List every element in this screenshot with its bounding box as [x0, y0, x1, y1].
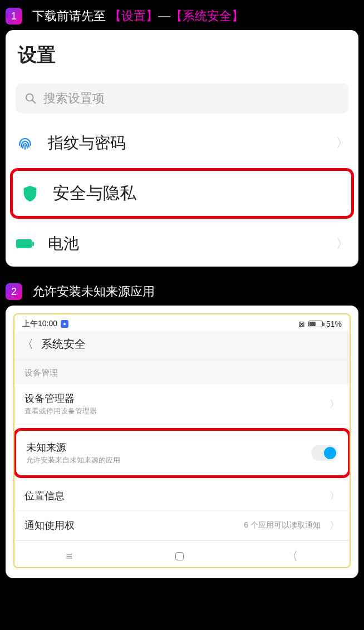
step1-title-plain: 下载前请先至 [32, 9, 106, 23]
step2-badge: 2 [6, 283, 22, 300]
search-placeholder: 搜索设置项 [43, 90, 105, 107]
chevron-right-icon: 〉 [336, 135, 348, 151]
chevron-right-icon: 〉 [329, 489, 340, 503]
chevron-right-icon: 〉 [336, 235, 348, 252]
fingerprint-icon [16, 134, 35, 152]
settings-card: 设置 搜索设置项 指纹与密码 〉 安全与隐私 [6, 30, 358, 267]
settings-row-label: 指纹与密码 [48, 132, 323, 154]
row-unknown-sources[interactable]: 未知来源 允许安装来自未知来源的应用 [13, 428, 351, 478]
svg-line-1 [32, 100, 36, 104]
row-title: 未知来源 [26, 441, 306, 454]
status-right: ⊠ 51% [298, 319, 342, 328]
settings-row-fingerprint[interactable]: 指纹与密码 〉 [6, 120, 358, 166]
row-location[interactable]: 位置信息 〉 [14, 481, 350, 511]
step1-badge: 1 [6, 8, 22, 24]
step2-header: 2 允许安装未知来源应用 [6, 283, 358, 300]
battery-status-icon [308, 321, 323, 327]
status-left: 上午10:00 ● [22, 319, 68, 329]
step1-title-accent1: 【设置】 [109, 9, 158, 23]
status-notification-icon: ● [61, 320, 68, 328]
settings-row-battery[interactable]: 电池 〉 [6, 221, 358, 267]
row-device-manager[interactable]: 设备管理器 查看或停用设备管理器 〉 [14, 384, 350, 425]
row-subtitle: 允许安装来自未知来源的应用 [26, 455, 306, 465]
row-title: 设备管理器 [24, 392, 324, 405]
row-title: 位置信息 [24, 489, 324, 503]
row-value: 6 个应用可以读取通知 [244, 520, 321, 530]
section-device-management-label: 设备管理 [14, 360, 350, 384]
settings-row-label: 安全与隐私 [53, 182, 343, 205]
unknown-sources-toggle[interactable] [311, 445, 338, 461]
nav-back-icon[interactable]: 〈 [287, 549, 298, 564]
battery-icon [16, 234, 35, 253]
row-subtitle: 查看或停用设备管理器 [24, 406, 324, 416]
battery-percent: 51% [326, 319, 342, 328]
settings-row-security[interactable]: 安全与隐私 [10, 168, 354, 219]
chevron-right-icon: 〉 [329, 397, 340, 411]
shield-icon [21, 184, 40, 203]
row-title: 通知使用权 [24, 519, 238, 532]
step2-title: 允许安装未知来源应用 [32, 283, 155, 300]
toggle-knob [324, 447, 336, 459]
settings-row-label: 电池 [48, 233, 323, 254]
nav-home-icon[interactable] [175, 552, 184, 560]
chevron-right-icon: 〉 [329, 519, 340, 532]
system-security-header: 〈 系统安全 [14, 331, 350, 360]
nav-recents-icon[interactable]: ≡ [66, 550, 73, 563]
back-icon[interactable]: 〈 [22, 337, 33, 352]
step1-title-dash: — [158, 9, 170, 23]
svg-rect-3 [32, 242, 34, 246]
system-security-card: 上午10:00 ● ⊠ 51% 〈 系统安全 设备管理 设备管理器 查看或停用设… [6, 306, 358, 578]
close-square-icon: ⊠ [298, 319, 305, 328]
phone-frame: 上午10:00 ● ⊠ 51% 〈 系统安全 设备管理 设备管理器 查看或停用设… [13, 313, 351, 568]
settings-heading: 设置 [6, 30, 358, 73]
status-time: 上午10:00 [22, 319, 57, 329]
row-notification-access[interactable]: 通知使用权 6 个应用可以读取通知 〉 [14, 511, 350, 540]
settings-search[interactable]: 搜索设置项 [16, 83, 348, 114]
system-security-title: 系统安全 [41, 337, 86, 352]
svg-rect-2 [16, 239, 32, 248]
step1-title-accent2: 【系统安全】 [170, 9, 244, 23]
search-icon [24, 92, 37, 105]
step1-header: 1 下载前请先至 【设置】—【系统安全】 [6, 8, 358, 24]
status-bar: 上午10:00 ● ⊠ 51% [14, 314, 350, 331]
step1-title: 下载前请先至 【设置】—【系统安全】 [32, 8, 244, 24]
android-nav-bar: ≡ 〈 [14, 540, 350, 567]
